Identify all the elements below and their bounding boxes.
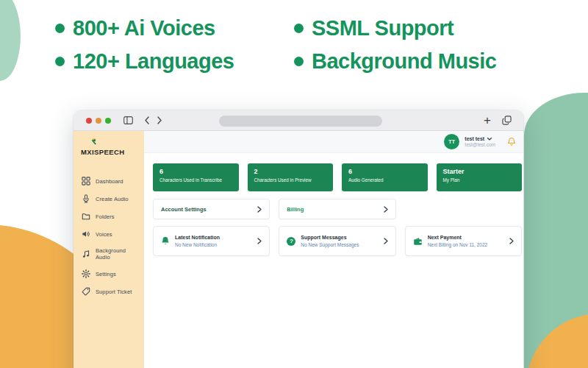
speaker-icon (82, 230, 90, 238)
quick-card-label: Billing (287, 206, 304, 213)
user-name: test test (465, 136, 484, 141)
sidebar-item-voices[interactable]: Voices (74, 225, 144, 243)
stat-label: My Plan (443, 177, 516, 183)
sidebar: MXISPEECH Dashboard Create Audio (74, 131, 144, 368)
stat-card-audio-generated[interactable]: 6 Audio Generated (342, 163, 428, 191)
traffic-lights (86, 118, 111, 124)
sidebar-menu: Dashboard Create Audio Folders (74, 172, 144, 300)
hero-feature-label: 120+ Languages (73, 49, 234, 74)
back-icon[interactable] (144, 116, 150, 124)
sidebar-item-support-ticket[interactable]: Support Ticket (74, 283, 144, 300)
support-messages-card[interactable]: ? Support Messages No New Support Messag… (279, 226, 395, 256)
chevron-right-icon (257, 206, 262, 213)
hero-feature-label: SSML Support (312, 16, 453, 40)
app-logo[interactable]: MXISPEECH (74, 135, 144, 166)
sidebar-item-label: Create Audio (96, 196, 129, 202)
hero-feature: SSML Support (294, 16, 496, 40)
hero-feature-label: 800+ Ai Voices (73, 16, 215, 40)
stat-label: Characters Used in Preview (254, 177, 327, 183)
chevron-right-icon (257, 238, 262, 244)
stat-card-preview[interactable]: 2 Characters Used in Preview (248, 163, 334, 191)
close-window-icon[interactable] (86, 118, 92, 124)
chevron-right-icon (384, 238, 388, 244)
app-frame: MXISPEECH Dashboard Create Audio (74, 131, 523, 368)
logo-text: MXISPEECH (81, 148, 125, 156)
stat-value: 6 (159, 168, 232, 175)
dashboard-icon (82, 177, 90, 185)
sidebar-item-label: Folders (96, 213, 115, 220)
info-card-subtitle: Next Billing on Nov 11, 2022 (428, 242, 488, 247)
app-header: TT test test test@test.com (144, 131, 523, 153)
sidebar-toggle-icon[interactable] (123, 116, 133, 124)
bullet-icon (294, 57, 304, 66)
next-payment-card[interactable]: Next Payment Next Billing on Nov 11, 202… (405, 226, 522, 256)
sidebar-item-background-audio[interactable]: Background Audio (74, 243, 144, 265)
stat-card-transcribe[interactable]: 6 Characters Used in Transcribe (153, 163, 239, 191)
stat-value: Starter (443, 168, 516, 175)
stat-label: Characters Used in Transcribe (159, 177, 232, 183)
user-email: test@test.com (465, 142, 495, 147)
empty-grid-cell (405, 199, 522, 219)
hero-feature: 120+ Languages (55, 49, 294, 74)
user-menu[interactable]: test test test@test.com (465, 136, 495, 147)
account-settings-card[interactable]: Account Settings (153, 199, 270, 219)
gear-icon (82, 269, 90, 278)
sidebar-item-folders[interactable]: Folders (74, 208, 144, 225)
mascot-icon (90, 137, 99, 146)
decor-mint-blob (0, 0, 21, 81)
bullet-icon (294, 24, 304, 33)
hero-feature: 800+ Ai Voices (55, 16, 294, 40)
maximize-window-icon[interactable] (105, 118, 111, 124)
stat-value: 2 (254, 168, 327, 175)
microphone-icon (82, 194, 90, 203)
folder-icon (82, 212, 90, 221)
latest-notification-card[interactable]: Latest Notification No New Notification (153, 226, 270, 256)
dashboard-content: 6 Characters Used in Transcribe 2 Charac… (144, 153, 523, 368)
sidebar-item-create-audio[interactable]: Create Audio (74, 190, 144, 208)
browser-window: + MXISPEECH (74, 110, 523, 368)
stat-label: Audio Generated (348, 177, 421, 183)
sidebar-item-label: Support Ticket (96, 289, 132, 295)
forward-icon[interactable] (157, 116, 162, 124)
tab-overview-icon[interactable] (502, 116, 512, 125)
music-note-icon (82, 250, 90, 258)
hero-feature-label: Background Music (312, 49, 496, 74)
sidebar-item-settings[interactable]: Settings (74, 265, 144, 283)
minimize-window-icon[interactable] (96, 118, 101, 124)
notifications-bell-icon[interactable] (507, 137, 516, 146)
avatar[interactable]: TT (444, 134, 459, 149)
info-card-subtitle: No New Support Messages (301, 242, 359, 247)
quick-links-row: Account Settings Billing (153, 199, 522, 219)
wallet-icon (413, 237, 423, 246)
info-card-title: Support Messages (301, 235, 359, 240)
sidebar-item-label: Settings (96, 271, 116, 277)
chevron-right-icon (509, 238, 514, 244)
hero-feature: Background Music (294, 49, 496, 74)
sidebar-item-label: Dashboard (96, 178, 123, 185)
bullet-icon (55, 24, 65, 33)
bell-icon (161, 236, 170, 246)
info-card-subtitle: No New Notification (175, 242, 220, 247)
main-panel: TT test test test@test.com (144, 131, 523, 368)
url-bar[interactable] (219, 116, 382, 127)
stat-card-plan[interactable]: Starter My Plan (437, 163, 523, 191)
marketing-screenshot: { "hero": { "features": [ "800+ Ai Voice… (0, 0, 588, 368)
chevron-down-icon (487, 138, 492, 141)
info-card-title: Latest Notification (175, 235, 220, 240)
sidebar-item-label: Voices (96, 231, 112, 238)
sidebar-item-label: Background Audio (96, 247, 141, 261)
billing-card[interactable]: Billing (279, 199, 395, 219)
stat-value: 6 (348, 168, 421, 175)
tag-icon (82, 287, 90, 296)
question-icon: ? (287, 237, 295, 246)
stats-row: 6 Characters Used in Transcribe 2 Charac… (153, 163, 522, 191)
browser-titlebar: + (74, 110, 523, 131)
info-card-title: Next Payment (428, 235, 488, 240)
bullet-icon (55, 57, 65, 66)
new-tab-icon[interactable]: + (484, 113, 491, 129)
sidebar-item-dashboard[interactable]: Dashboard (74, 172, 144, 190)
chevron-right-icon (384, 206, 388, 213)
info-cards-row: Latest Notification No New Notification … (153, 226, 522, 256)
hero-feature-list: 800+ Ai Voices SSML Support 120+ Languag… (55, 16, 496, 74)
quick-card-label: Account Settings (161, 206, 207, 213)
